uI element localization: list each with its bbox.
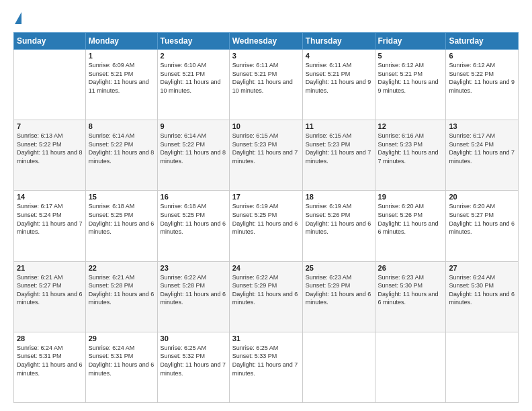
calendar-cell: 7Sunrise: 6:13 AM Sunset: 5:22 PM Daylig… (14, 120, 86, 191)
day-number: 8 (89, 122, 154, 130)
day-info: Sunrise: 6:20 AM Sunset: 5:26 PM Dayligh… (378, 202, 443, 236)
day-info: Sunrise: 6:22 AM Sunset: 5:28 PM Dayligh… (161, 273, 226, 307)
logo-triangle-icon (15, 12, 21, 24)
calendar-cell: 21Sunrise: 6:21 AM Sunset: 5:27 PM Dayli… (14, 261, 86, 332)
day-number: 30 (161, 334, 226, 342)
header-cell-thursday: Thursday (302, 33, 375, 50)
day-info: Sunrise: 6:15 AM Sunset: 5:23 PM Dayligh… (232, 132, 300, 165)
day-number: 3 (232, 52, 300, 60)
calendar-cell (375, 332, 446, 402)
week-row-4: 28Sunrise: 6:24 AM Sunset: 5:31 PM Dayli… (14, 332, 519, 402)
calendar-cell: 27Sunrise: 6:24 AM Sunset: 5:30 PM Dayli… (446, 261, 519, 332)
day-info: Sunrise: 6:24 AM Sunset: 5:31 PM Dayligh… (17, 344, 83, 377)
calendar-cell: 20Sunrise: 6:20 AM Sunset: 5:27 PM Dayli… (446, 191, 519, 261)
day-number: 27 (449, 264, 515, 272)
day-info: Sunrise: 6:14 AM Sunset: 5:22 PM Dayligh… (161, 132, 226, 165)
day-number: 6 (449, 52, 515, 60)
calendar-cell: 22Sunrise: 6:21 AM Sunset: 5:28 PM Dayli… (85, 261, 157, 332)
day-number: 16 (161, 193, 226, 201)
calendar-cell: 26Sunrise: 6:23 AM Sunset: 5:30 PM Dayli… (375, 261, 446, 332)
day-number: 17 (232, 193, 300, 201)
day-info: Sunrise: 6:11 AM Sunset: 5:21 PM Dayligh… (232, 61, 300, 95)
calendar-cell: 14Sunrise: 6:17 AM Sunset: 5:24 PM Dayli… (14, 191, 86, 261)
calendar-cell (14, 50, 86, 120)
day-info: Sunrise: 6:19 AM Sunset: 5:25 PM Dayligh… (232, 202, 300, 236)
day-number: 2 (161, 52, 226, 60)
calendar-cell: 9Sunrise: 6:14 AM Sunset: 5:22 PM Daylig… (157, 120, 229, 191)
header (13, 12, 519, 26)
day-number: 23 (161, 264, 226, 272)
day-number: 4 (306, 52, 372, 60)
day-info: Sunrise: 6:15 AM Sunset: 5:23 PM Dayligh… (306, 132, 372, 165)
week-row-1: 7Sunrise: 6:13 AM Sunset: 5:22 PM Daylig… (14, 120, 519, 191)
day-number: 9 (161, 122, 226, 130)
day-number: 5 (378, 52, 443, 60)
day-info: Sunrise: 6:19 AM Sunset: 5:26 PM Dayligh… (306, 202, 372, 236)
day-number: 26 (378, 264, 443, 272)
day-info: Sunrise: 6:25 AM Sunset: 5:33 PM Dayligh… (232, 344, 300, 377)
calendar-cell: 25Sunrise: 6:23 AM Sunset: 5:29 PM Dayli… (302, 261, 375, 332)
calendar-cell: 12Sunrise: 6:16 AM Sunset: 5:23 PM Dayli… (375, 120, 446, 191)
day-number: 13 (449, 122, 515, 130)
header-cell-tuesday: Tuesday (157, 33, 229, 50)
calendar-cell: 17Sunrise: 6:19 AM Sunset: 5:25 PM Dayli… (229, 191, 302, 261)
header-cell-friday: Friday (375, 33, 446, 50)
calendar-cell (302, 332, 375, 402)
calendar-cell: 29Sunrise: 6:24 AM Sunset: 5:31 PM Dayli… (85, 332, 157, 402)
day-info: Sunrise: 6:17 AM Sunset: 5:24 PM Dayligh… (17, 202, 83, 236)
calendar-cell: 11Sunrise: 6:15 AM Sunset: 5:23 PM Dayli… (302, 120, 375, 191)
calendar-cell: 5Sunrise: 6:12 AM Sunset: 5:21 PM Daylig… (375, 50, 446, 120)
calendar-cell: 6Sunrise: 6:12 AM Sunset: 5:22 PM Daylig… (446, 50, 519, 120)
day-number: 22 (89, 264, 154, 272)
day-info: Sunrise: 6:22 AM Sunset: 5:29 PM Dayligh… (232, 273, 300, 307)
day-number: 10 (232, 122, 300, 130)
day-info: Sunrise: 6:09 AM Sunset: 5:21 PM Dayligh… (89, 61, 154, 95)
calendar-cell: 8Sunrise: 6:14 AM Sunset: 5:22 PM Daylig… (85, 120, 157, 191)
day-number: 11 (306, 122, 372, 130)
day-info: Sunrise: 6:23 AM Sunset: 5:30 PM Dayligh… (378, 273, 443, 307)
logo (13, 12, 21, 26)
header-cell-monday: Monday (85, 33, 157, 50)
day-info: Sunrise: 6:14 AM Sunset: 5:22 PM Dayligh… (89, 132, 154, 165)
page: SundayMondayTuesdayWednesdayThursdayFrid… (0, 0, 532, 411)
day-info: Sunrise: 6:12 AM Sunset: 5:21 PM Dayligh… (378, 61, 443, 95)
header-cell-saturday: Saturday (446, 33, 519, 50)
calendar-cell: 19Sunrise: 6:20 AM Sunset: 5:26 PM Dayli… (375, 191, 446, 261)
day-info: Sunrise: 6:13 AM Sunset: 5:22 PM Dayligh… (17, 132, 83, 165)
day-info: Sunrise: 6:25 AM Sunset: 5:32 PM Dayligh… (161, 344, 226, 377)
week-row-3: 21Sunrise: 6:21 AM Sunset: 5:27 PM Dayli… (14, 261, 519, 332)
calendar-cell: 16Sunrise: 6:18 AM Sunset: 5:25 PM Dayli… (157, 191, 229, 261)
day-number: 18 (306, 193, 372, 201)
day-number: 7 (17, 122, 83, 130)
day-number: 28 (17, 334, 83, 342)
calendar-cell: 15Sunrise: 6:18 AM Sunset: 5:25 PM Dayli… (85, 191, 157, 261)
calendar-cell: 24Sunrise: 6:22 AM Sunset: 5:29 PM Dayli… (229, 261, 302, 332)
day-info: Sunrise: 6:18 AM Sunset: 5:25 PM Dayligh… (161, 202, 226, 236)
day-number: 21 (17, 264, 83, 272)
calendar-cell: 1Sunrise: 6:09 AM Sunset: 5:21 PM Daylig… (85, 50, 157, 120)
calendar-cell: 23Sunrise: 6:22 AM Sunset: 5:28 PM Dayli… (157, 261, 229, 332)
day-number: 12 (378, 122, 443, 130)
day-info: Sunrise: 6:10 AM Sunset: 5:21 PM Dayligh… (161, 61, 226, 95)
day-info: Sunrise: 6:24 AM Sunset: 5:30 PM Dayligh… (449, 273, 515, 307)
calendar-cell: 3Sunrise: 6:11 AM Sunset: 5:21 PM Daylig… (229, 50, 302, 120)
day-info: Sunrise: 6:24 AM Sunset: 5:31 PM Dayligh… (89, 344, 154, 377)
day-number: 24 (232, 264, 300, 272)
day-info: Sunrise: 6:21 AM Sunset: 5:28 PM Dayligh… (89, 273, 154, 307)
calendar-cell: 31Sunrise: 6:25 AM Sunset: 5:33 PM Dayli… (229, 332, 302, 402)
calendar-cell: 18Sunrise: 6:19 AM Sunset: 5:26 PM Dayli… (302, 191, 375, 261)
day-info: Sunrise: 6:11 AM Sunset: 5:21 PM Dayligh… (306, 61, 372, 95)
calendar-cell: 30Sunrise: 6:25 AM Sunset: 5:32 PM Dayli… (157, 332, 229, 402)
day-number: 15 (89, 193, 154, 201)
day-number: 31 (232, 334, 300, 342)
day-number: 1 (89, 52, 154, 60)
calendar-cell: 10Sunrise: 6:15 AM Sunset: 5:23 PM Dayli… (229, 120, 302, 191)
calendar-table: SundayMondayTuesdayWednesdayThursdayFrid… (13, 32, 519, 403)
day-info: Sunrise: 6:21 AM Sunset: 5:27 PM Dayligh… (17, 273, 83, 307)
day-number: 29 (89, 334, 154, 342)
calendar-cell (446, 332, 519, 402)
day-info: Sunrise: 6:16 AM Sunset: 5:23 PM Dayligh… (378, 132, 443, 165)
day-number: 19 (378, 193, 443, 201)
day-info: Sunrise: 6:17 AM Sunset: 5:24 PM Dayligh… (449, 132, 515, 165)
week-row-0: 1Sunrise: 6:09 AM Sunset: 5:21 PM Daylig… (14, 50, 519, 120)
